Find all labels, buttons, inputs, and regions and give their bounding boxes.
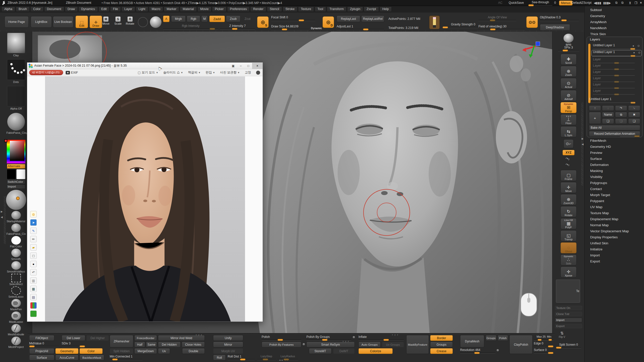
polish-top-button[interactable]: Polish — [498, 335, 508, 341]
menu-item[interactable]: Transform — [327, 7, 347, 12]
color-button[interactable]: Color — [79, 348, 103, 354]
del-lower-button[interactable]: Del Lower — [62, 335, 85, 341]
layer-redo-button[interactable]: ↷ — [615, 105, 627, 111]
quicksave-button[interactable]: QuickSave — [509, 1, 524, 5]
zremesher-button[interactable]: ZRemesher — [110, 335, 133, 347]
palette-section-item[interactable]: Export — [585, 258, 644, 264]
layer-eye-icon[interactable]: ⊙ — [637, 44, 640, 48]
palette-section-item[interactable]: Geometry HD — [585, 144, 644, 150]
mrgb-button[interactable]: Mrgb — [171, 16, 186, 22]
menu-item[interactable]: Movie — [197, 7, 211, 12]
photo-close-button[interactable]: × — [252, 63, 263, 69]
wireframe-sphere-icon[interactable] — [138, 17, 148, 27]
shelf-item[interactable]: MeshExtrude — [7, 324, 26, 337]
menu-item[interactable]: Zscript — [364, 7, 379, 12]
menu-item[interactable]: Material — [180, 7, 196, 12]
gyro-z-icon[interactable]: ↷z — [566, 163, 569, 167]
surface-button[interactable]: Surface — [29, 355, 54, 360]
photo-menu-item[interactable]: 책갈피 ▼ — [188, 70, 200, 75]
shelf-item[interactable]: Flat Color — [7, 236, 26, 249]
deep-shadow-button[interactable]: DeepShadow — [540, 24, 570, 31]
shelf-item[interactable]: MaskLasso — [7, 311, 26, 324]
home-page-button[interactable]: Home Page — [5, 16, 29, 28]
close-holes-button[interactable]: Close Holes — [182, 342, 205, 347]
groups-button[interactable]: Groups — [430, 342, 453, 347]
m-button[interactable]: M — [201, 16, 208, 22]
menu-item[interactable]: Preferences — [227, 7, 250, 12]
layer-row-selected[interactable]: Untitled Layer 1 ● ⊙ — [591, 50, 642, 56]
layer-eye-icon[interactable]: ⊙ — [638, 51, 640, 54]
polish-by-features-button[interactable]: Polish By Features — [262, 342, 301, 347]
layer-record-icon[interactable]: ● — [633, 51, 635, 54]
divider-left-icon[interactable]: ⧉ — [615, 1, 618, 5]
palette-section-item[interactable]: Polygroups — [585, 180, 644, 186]
rotate-mode-button[interactable]: R Rotate — [124, 17, 136, 25]
palette-section-item[interactable]: Normal Map — [585, 222, 644, 228]
camera-icon[interactable]: ⊙⊙ — [526, 16, 538, 28]
annotation-tool-icon[interactable]: ✎ — [30, 228, 37, 234]
shelf-tool-button[interactable]: ✛ Move — [559, 182, 578, 194]
polish-by-features-dot[interactable] — [303, 343, 305, 345]
palette-section-item[interactable]: Preview — [585, 150, 644, 156]
polish-by-groups-dot[interactable] — [353, 336, 355, 338]
del-hidden-button[interactable]: Del Hidden — [158, 342, 181, 347]
flip-v-button[interactable]: ⇅ Flip V — [556, 331, 568, 338]
import-color-button[interactable]: Import — [7, 185, 25, 189]
sdiv-slider[interactable]: SDiv 3 — [62, 342, 85, 347]
gravity-pencil-icon[interactable] — [429, 16, 440, 29]
see-through-slider[interactable]: See-through — [528, 1, 552, 6]
replay-last-rel-button[interactable]: ReplayLastRel — [361, 16, 384, 22]
layer-duplicate-button[interactable]: ⧉ — [615, 112, 627, 117]
switch-color-button[interactable]: SwitchColor — [7, 180, 25, 184]
menu-item[interactable]: Light — [136, 7, 148, 12]
obj-shadow-slider[interactable]: ObjShadow 0.3 — [540, 16, 579, 21]
same-button[interactable]: Same — [146, 342, 157, 347]
palette-section-item[interactable]: ArrayMesh — [585, 19, 644, 25]
palette-section-item[interactable]: Visibility — [585, 174, 644, 180]
close-button[interactable]: × — [640, 1, 642, 5]
saturation-square[interactable] — [10, 141, 24, 161]
palette-section-item[interactable]: Surface — [585, 156, 644, 162]
left-divider-close-icon[interactable]: ◀ — [1, 216, 3, 218]
resolution-dot[interactable] — [497, 349, 499, 351]
mirror-and-weld-button[interactable]: Mirror And Weld — [158, 335, 205, 341]
border-button[interactable]: Border — [430, 335, 453, 341]
shelf-tool-button[interactable]: ⊕ Zoom — [559, 66, 578, 78]
exif-button[interactable]: EXIF — [71, 71, 78, 74]
palette-section-item[interactable]: FiberMesh — [585, 138, 644, 144]
menu-item[interactable]: Edit — [99, 7, 110, 12]
gyro-y-icon[interactable]: ↷y — [566, 157, 569, 161]
layer-row[interactable]: Untitled Layer 1 ● ⊙ — [593, 43, 641, 49]
fill-object-button[interactable]: FillObject — [29, 335, 54, 341]
roll-button[interactable]: Roll — [213, 355, 226, 360]
unify-button[interactable]: Unify — [213, 335, 243, 341]
store-mt-button[interactable]: StoreMT — [309, 348, 332, 354]
smart-resym-button[interactable]: Smart ReSym — [306, 342, 355, 347]
right-divider-open-icon[interactable]: ▶ — [582, 137, 584, 140]
palette-section-item[interactable]: Contact — [585, 186, 644, 192]
palette-section-item[interactable]: Thick Skin — [585, 31, 644, 37]
bake-all-button[interactable]: Bake All — [589, 125, 640, 130]
left-divider-open-icon[interactable]: ▶ — [1, 210, 3, 213]
material-preview-sphere[interactable] — [6, 190, 26, 210]
palette-section-item[interactable]: Display Properties — [585, 234, 644, 240]
layer-delete-button[interactable]: ✖ — [628, 112, 640, 117]
layer-merge-button[interactable]: ❏ — [602, 118, 614, 124]
dynamic-size-icon[interactable]: ◎D — [323, 16, 334, 28]
annotation-tool-icon[interactable]: ◍ — [30, 211, 37, 217]
palette-section-item[interactable]: Unified Skin — [585, 240, 644, 246]
photo-menu-item[interactable]: 슬라이드 쇼 ▼ — [163, 70, 183, 75]
annotation-tool-icon[interactable]: ▥ — [30, 277, 37, 284]
rgb-button[interactable]: Rgb — [187, 16, 200, 22]
menu-item[interactable]: Stroke — [283, 7, 297, 12]
shelf-item[interactable]: Smooth — [7, 249, 26, 261]
current-layer-row[interactable]: Untitled Layer 1 — [589, 97, 641, 103]
shelf-item[interactable]: FabioPaiva_Clay — [7, 113, 26, 139]
shelf-tool-button[interactable]: ⊙ Actual — [559, 78, 578, 90]
right-tray-toggle-icon[interactable]: ▮▮▮▶ — [603, 1, 611, 5]
layers-header[interactable]: Layers — [590, 37, 600, 41]
import-texture-button[interactable]: Import — [555, 318, 582, 322]
palette-section-item[interactable]: Displacement Map — [585, 216, 644, 222]
shelf-tool-button[interactable]: ↻ Rotate — [559, 206, 578, 218]
menu-item[interactable]: Draw — [65, 7, 78, 12]
